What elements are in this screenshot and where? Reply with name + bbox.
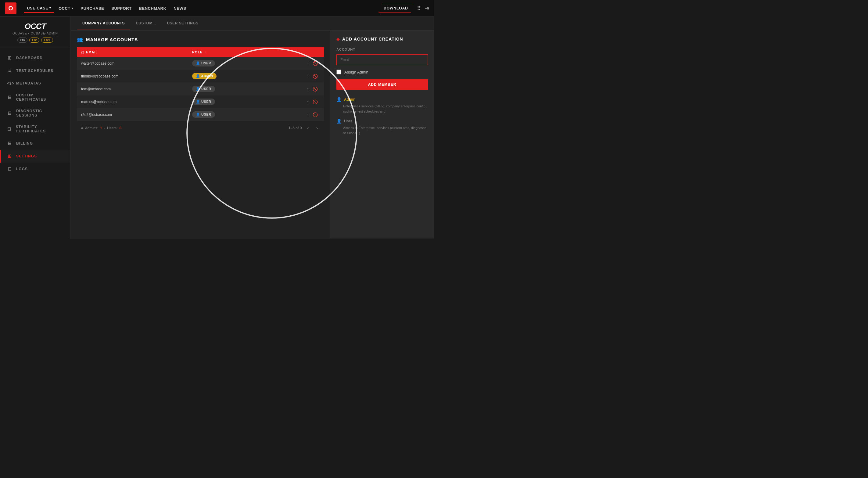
cell-role: 👤 USER — [188, 95, 268, 108]
nav-item-use-case[interactable]: USE CASE ▾ — [24, 4, 54, 13]
sidebar-item-label: STABILITY CERTIFICATES — [16, 125, 64, 133]
sidebar-item-settings[interactable]: ⊞ SETTINGS — [0, 150, 70, 162]
accounts-icon: 👥 — [77, 37, 83, 42]
cell-email: walter@ocbase.com — [77, 57, 188, 70]
cell-actions: ↑🚫 — [268, 57, 324, 70]
table-row: r2d2@ocbase.com👤 USER↑🚫 — [77, 108, 324, 121]
sidebar-logo-area: OCCT OCBASE • OCBASE-ADMIN Pro Ent Ent+ — [0, 22, 70, 48]
user-role-icon: 👤 — [336, 119, 342, 123]
sidebar-item-label: CUSTOM CERTIFICATES — [16, 93, 64, 101]
manage-accounts-title: MANAGE ACCOUNTS — [86, 37, 138, 42]
user-role-desc: 👤 User Access to Enterprise+ services (c… — [336, 119, 428, 136]
assign-admin-checkbox[interactable] — [336, 69, 341, 74]
email-icon: @ — [81, 50, 86, 54]
chevron-down-icon: ▾ — [72, 7, 73, 10]
add-account-title: ADD ACCOUNT CREATION — [342, 37, 403, 41]
promote-button[interactable]: ↑ — [305, 99, 311, 105]
pagination-next-button[interactable]: › — [314, 125, 320, 131]
remove-user-button[interactable]: 🚫 — [311, 86, 320, 92]
sidebar-nav: ⊞ DASHBOARD ≡ TEST SCHEDULES </> METADAT… — [0, 52, 70, 239]
tab-company-accounts[interactable]: COMPANY ACCOUNTS — [77, 17, 130, 30]
sidebar-item-stability-certificates[interactable]: ⊟ STABILITY CERTIFICATES — [0, 121, 70, 137]
user-role-name: User — [344, 119, 352, 123]
add-account-icon: ◆ — [336, 37, 340, 41]
cell-actions: ↑🚫 — [268, 83, 324, 95]
sidebar-item-logs[interactable]: ⊟ LOGS — [0, 162, 70, 175]
nav-item-support[interactable]: SUPPORT — [108, 4, 134, 12]
sidebar-item-label: METADATAS — [16, 81, 41, 85]
tab-user-settings[interactable]: USER SETTINGS — [161, 17, 204, 30]
badge-pro: Pro — [18, 37, 28, 43]
accounts-table: @ EMAIL ROLE ↓ walter@ocbase.com👤 USER↑🚫… — [77, 47, 324, 121]
badge-ent: Ent — [29, 37, 39, 43]
sidebar-item-test-schedules[interactable]: ≡ TEST SCHEDULES — [0, 64, 70, 77]
stability-icon: ⊟ — [7, 126, 12, 132]
remove-user-button[interactable]: 🚫 — [311, 112, 320, 118]
hash-icon: # — [81, 126, 83, 130]
remove-user-button[interactable]: 🚫 — [311, 73, 320, 79]
logout-icon[interactable]: ⇥ — [425, 5, 429, 11]
table-header: @ EMAIL ROLE ↓ — [77, 47, 324, 57]
separator: - — [104, 126, 105, 130]
admin-role-header: 👤 Admin — [336, 97, 428, 102]
sidebar-item-billing[interactable]: ⊟ BILLING — [0, 137, 70, 150]
col-actions — [268, 47, 324, 57]
user-role-description: Access to Enterprise+ services (custom a… — [336, 125, 428, 136]
nav-item-occt[interactable]: OCCT ▾ — [56, 4, 76, 12]
promote-button[interactable]: ↑ — [305, 60, 311, 66]
code-icon: </> — [7, 81, 12, 86]
promote-button[interactable]: ↑ — [305, 112, 311, 118]
form-section-account: ACCOUNT — [336, 48, 428, 51]
admin-role-name: Admin — [344, 97, 355, 101]
assign-admin-row: Assign Admin — [336, 69, 428, 74]
cell-role: 👤 USER — [188, 108, 268, 121]
table-row: tom@ocbase.com👤 USER↑🚫 — [77, 83, 324, 95]
role-badge-user: 👤 USER — [192, 86, 215, 92]
nav-item-news[interactable]: NEWS — [170, 4, 189, 12]
role-badge-admin: 👤 ADMIN — [192, 73, 217, 79]
cell-role: 👤 ADMIN — [188, 70, 268, 83]
sidebar-item-label: SETTINGS — [16, 154, 37, 158]
manage-accounts-header: 👥 MANAGE ACCOUNTS — [77, 37, 324, 42]
remove-user-button[interactable]: 🚫 — [311, 99, 320, 105]
nav-item-purchase[interactable]: PURCHASE — [78, 4, 107, 12]
sidebar-item-label: TEST SCHEDULES — [16, 69, 53, 73]
email-field[interactable] — [336, 54, 428, 65]
cell-actions: ↑🚫 — [268, 70, 324, 83]
admin-role-desc: 👤 Admin Enterprise+ services (billing, c… — [336, 97, 428, 114]
promote-button[interactable]: ↑ — [305, 86, 311, 92]
nav-right-group: DOWNLOAD ⠿ ⇥ — [378, 4, 429, 12]
pagination-prev-button[interactable]: ‹ — [305, 125, 310, 131]
cell-role: 👤 USER — [188, 57, 268, 70]
table-footer: # Admins: 1 - Users: 8 1–5 of 9 ‹ › — [77, 121, 324, 135]
content-area: 👥 MANAGE ACCOUNTS @ EMAIL ROLE — [71, 30, 434, 238]
sidebar-item-metadatas[interactable]: </> METADATAS — [0, 77, 70, 89]
settings-icon: ⊞ — [7, 153, 12, 159]
nav-item-benchmark[interactable]: BENCHMARK — [136, 4, 169, 12]
certificate-icon: ⊟ — [7, 95, 12, 100]
add-member-button[interactable]: ADD MEMBER — [336, 79, 428, 90]
role-badge-user: 👤 USER — [192, 60, 215, 66]
cell-email: marcus@ocbase.com — [77, 95, 188, 108]
sidebar-item-diagnostic-sessions[interactable]: ⊟ DIAGNOSTIC SESSIONS — [0, 105, 70, 121]
sidebar-item-label: DASHBOARD — [16, 56, 43, 60]
admin-role-description: Enterprise+ services (billing, company e… — [336, 104, 428, 114]
role-badge-user: 👤 USER — [192, 98, 215, 105]
chevron-down-icon: ▾ — [50, 6, 51, 9]
remove-user-button[interactable]: 🚫 — [311, 60, 320, 66]
tab-custom[interactable]: CUSTOM... — [130, 17, 161, 30]
pagination: 1–5 of 9 ‹ › — [288, 125, 320, 131]
sidebar-item-custom-certificates[interactable]: ⊟ CUSTOM CERTIFICATES — [0, 89, 70, 105]
promote-button[interactable]: ↑ — [305, 73, 311, 79]
grid-icon[interactable]: ⠿ — [417, 5, 421, 11]
top-navigation: O USE CASE ▾ OCCT ▾ PURCHASE SUPPORT BEN… — [0, 0, 434, 17]
cell-actions: ↑🚫 — [268, 108, 324, 121]
billing-icon: ⊟ — [7, 141, 12, 146]
col-role[interactable]: ROLE ↓ — [188, 47, 268, 57]
main-content: COMPANY ACCOUNTS CUSTOM... USER SETTINGS… — [71, 17, 434, 239]
logo-icon[interactable]: O — [5, 2, 17, 14]
sidebar-item-dashboard[interactable]: ⊞ DASHBOARD — [0, 52, 70, 64]
download-button[interactable]: DOWNLOAD — [378, 4, 413, 12]
admins-number: 1 — [100, 126, 102, 130]
table-row: findus40@ocbase.com👤 ADMIN↑🚫 — [77, 70, 324, 83]
